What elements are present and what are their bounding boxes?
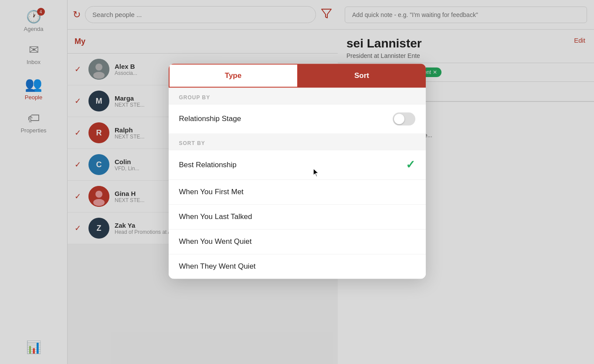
modal-tabs: Type Sort xyxy=(169,64,426,88)
modal-tab-sort-label: Sort xyxy=(354,71,369,80)
sort-option-they-went-quiet[interactable]: When They Went Quiet xyxy=(169,254,426,279)
sort-by-label: SORT BY xyxy=(169,133,426,150)
modal-tab-type[interactable]: Type xyxy=(169,64,298,88)
toggle-knob xyxy=(394,114,404,124)
sort-option-best-relationship[interactable]: Best Relationship ✓ xyxy=(169,150,426,179)
sort-option-label: When You Last Talked xyxy=(179,212,252,221)
sort-option-label: When They Went Quiet xyxy=(179,262,256,271)
sort-option-label: Best Relationship xyxy=(179,161,237,169)
relationship-stage-toggle[interactable] xyxy=(393,112,415,125)
relationship-stage-label: Relationship Stage xyxy=(179,115,241,123)
sort-option-label: When You Went Quiet xyxy=(179,237,252,246)
relationship-stage-row: Relationship Stage xyxy=(169,104,426,133)
group-by-label: GROUP BY xyxy=(169,88,426,104)
sort-option-last-talked[interactable]: When You Last Talked xyxy=(169,204,426,229)
sort-option-label: When You First Met xyxy=(179,188,244,196)
sort-option-went-quiet[interactable]: When You Went Quiet xyxy=(169,229,426,254)
selected-check-icon: ✓ xyxy=(406,158,415,172)
modal-tab-sort[interactable]: Sort xyxy=(298,64,426,88)
sort-option-first-met[interactable]: When You First Met xyxy=(169,179,426,204)
modal-tab-type-label: Type xyxy=(225,71,241,80)
sort-filter-modal: Type Sort GROUP BY Relationship Stage SO… xyxy=(169,64,426,279)
